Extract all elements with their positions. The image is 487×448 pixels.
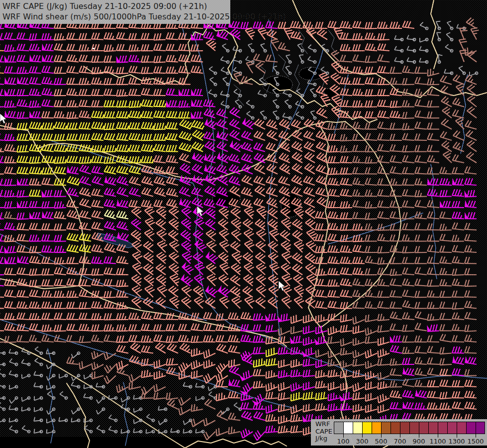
legend-color-cell [334, 422, 343, 434]
legend-tick-label: 1300 [448, 438, 465, 445]
legend-tick-label: 700 [394, 438, 406, 445]
legend-label-units: J/kg [315, 435, 332, 443]
cape-white-spot [93, 48, 95, 49]
legend-tick-label: 300 [356, 438, 369, 445]
legend-color-cell [447, 422, 457, 434]
legend-color-cell [438, 422, 447, 434]
legend-label-model: WRF [315, 421, 332, 428]
map-canvas [0, 0, 487, 448]
legend-color-cell [419, 422, 428, 434]
legend-color-cell [400, 422, 409, 434]
legend-tick-mark [438, 434, 438, 438]
legend-tick-label: 1100 [429, 438, 446, 445]
legend-color-cell [381, 422, 390, 434]
title-overlay: WRF CAPE (J/kg) Tuesday 21-10-2025 09:00… [0, 0, 230, 24]
legend-tick-label: 100 [337, 438, 350, 445]
legend-color-cell [457, 422, 466, 434]
title-line-cape: WRF CAPE (J/kg) Tuesday 21-10-2025 09:00… [2, 1, 230, 11]
legend-tick-mark [476, 434, 476, 438]
legend-color-cell [428, 422, 438, 434]
legend-tick-label: 900 [413, 438, 425, 445]
title-line-shear: WRF Wind shear (m/s) 500/1000hPa Tuesday… [2, 11, 230, 22]
legend-color-cell [476, 422, 485, 434]
legend-color-cell [409, 422, 419, 434]
legend-tick-mark [362, 434, 363, 438]
legend-color-cell [362, 422, 372, 434]
legend-color-cell [466, 422, 476, 434]
legend-colorbar [334, 422, 485, 434]
cape-legend: WRF CAPE J/kg 10030050070090011001300150… [311, 419, 487, 446]
legend-label-variable: CAPE [315, 428, 332, 436]
legend-tick-mark [343, 434, 344, 438]
legend-tick-label: 1500 [467, 438, 484, 445]
weather-map-svg [0, 0, 487, 448]
legend-color-cell [372, 422, 381, 434]
legend-color-cell [390, 422, 400, 434]
legend-tick-mark [400, 434, 400, 438]
legend-color-cell [353, 422, 362, 434]
legend-tick-mark [457, 434, 457, 438]
legend-color-cell [343, 422, 353, 434]
legend-label-block: WRF CAPE J/kg [315, 421, 332, 443]
legend-tick-mark [419, 434, 419, 438]
legend-tick-mark [381, 434, 382, 438]
legend-tick-label: 500 [375, 438, 388, 445]
weather-map-app: WRF CAPE (J/kg) Tuesday 21-10-2025 09:00… [0, 0, 487, 448]
